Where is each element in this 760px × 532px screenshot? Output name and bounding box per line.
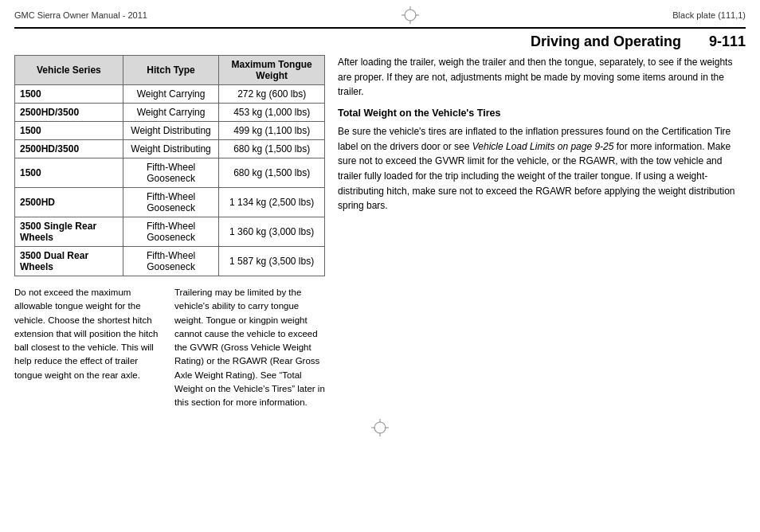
footnote-left: Do not exceed the maximum allowable tong… [14,286,165,409]
main-content: Vehicle Series Hitch Type Maximum Tongue… [0,53,760,409]
table-row: 3500 Dual Rear WheelsFifth-Wheel Goosene… [15,247,325,276]
cell-vehicle-series: 1500 [15,122,123,140]
header-left: GMC Sierra Owner Manual - 2011 [14,10,147,20]
page-footer [0,413,760,436]
cell-vehicle-series: 2500HD [15,188,123,217]
table-row: 2500HD/3500Weight Distributing680 kg (1,… [15,140,325,158]
cell-max-weight: 1 360 kg (3,000 lbs) [219,217,325,247]
crosshair-top-icon [402,6,419,24]
right-column: After loading the trailer, weigh the tra… [338,55,746,409]
cell-hitch-type: Fifth-Wheel Gooseneck [123,158,219,188]
cell-hitch-type: Fifth-Wheel Gooseneck [123,188,219,217]
cell-hitch-type: Weight Distributing [123,122,219,140]
cell-hitch-type: Weight Distributing [123,140,219,158]
cell-max-weight: 1 587 kg (3,500 lbs) [219,247,325,276]
cell-hitch-type: Fifth-Wheel Gooseneck [123,247,219,276]
hitch-table: Vehicle Series Hitch Type Maximum Tongue… [14,55,325,276]
footnote-row: Do not exceed the maximum allowable tong… [14,286,325,409]
table-row: 2500HDFifth-Wheel Gooseneck1 134 kg (2,5… [15,188,325,217]
right-section-title: Total Weight on the Vehicle's Tires [338,106,746,121]
page-title-text: Driving and Operating [531,33,681,49]
cell-hitch-type: Weight Carrying [123,85,219,104]
col-header-vehicle-series: Vehicle Series [15,56,123,85]
page-number: 9-111 [709,33,746,49]
cell-vehicle-series: 2500HD/3500 [15,104,123,122]
table-row: 1500Weight Distributing499 kg (1,100 lbs… [15,122,325,140]
cell-max-weight: 680 kg (1,500 lbs) [219,158,325,188]
cell-max-weight: 680 kg (1,500 lbs) [219,140,325,158]
table-row: 1500Fifth-Wheel Gooseneck680 kg (1,500 l… [15,158,325,188]
cell-max-weight: 499 kg (1,100 lbs) [219,122,325,140]
cell-vehicle-series: 1500 [15,158,123,188]
cell-hitch-type: Weight Carrying [123,104,219,122]
header-center [402,6,419,24]
right-intro: After loading the trailer, weigh the tra… [338,55,746,100]
page-title: Driving and Operating 9-111 [531,33,746,50]
table-row: 1500Weight Carrying272 kg (600 lbs) [15,85,325,104]
crosshair-bottom-icon [371,419,389,436]
cell-max-weight: 1 134 kg (2,500 lbs) [219,188,325,217]
table-row: 2500HD/3500Weight Carrying453 kg (1,000 … [15,104,325,122]
svg-point-0 [405,10,416,21]
col-header-max-tongue-weight: Maximum Tongue Weight [219,56,325,85]
footnote-right: Trailering may be limited by the vehicle… [174,286,325,409]
svg-point-5 [374,422,386,433]
table-row: 3500 Single Rear WheelsFifth-Wheel Goose… [15,217,325,247]
cell-max-weight: 453 kg (1,000 lbs) [219,104,325,122]
cell-vehicle-series: 3500 Dual Rear Wheels [15,247,123,276]
cell-vehicle-series: 3500 Single Rear Wheels [15,217,123,247]
table-header-row: Vehicle Series Hitch Type Maximum Tongue… [15,56,325,85]
header-right: Black plate (111,1) [672,10,746,20]
cell-vehicle-series: 1500 [15,85,123,104]
page-header: GMC Sierra Owner Manual - 2011 Black pla… [0,0,760,27]
cell-vehicle-series: 2500HD/3500 [15,140,123,158]
cell-max-weight: 272 kg (600 lbs) [219,85,325,104]
col-header-hitch-type: Hitch Type [123,56,219,85]
page-title-row: Driving and Operating 9-111 [0,29,760,53]
right-italic: Vehicle Load Limits on page 9-25 [472,141,614,152]
left-column: Vehicle Series Hitch Type Maximum Tongue… [14,55,325,409]
cell-hitch-type: Fifth-Wheel Gooseneck [123,217,219,247]
right-body: Be sure the vehicle's tires are inflated… [338,124,746,213]
